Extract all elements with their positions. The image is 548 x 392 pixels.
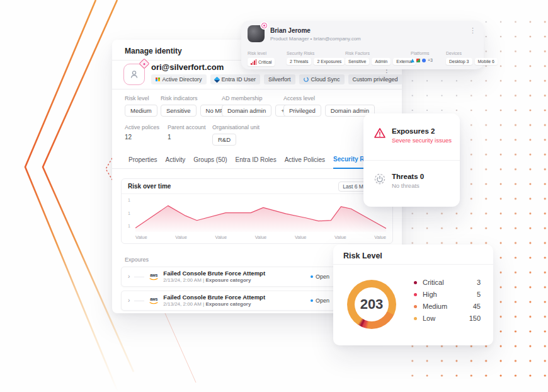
connector-line (134, 277, 144, 277)
divider (363, 160, 460, 161)
tab-entra-id-roles[interactable]: Entra ID Roles (236, 156, 277, 168)
entra-id-icon (214, 76, 220, 83)
chart-title: Risk over time (128, 183, 171, 190)
identity-fields: Risk level Medium Risk indicators Sensit… (112, 89, 402, 153)
tab-properties[interactable]: Properties (128, 156, 157, 168)
legend-dot-icon (414, 317, 417, 320)
expand-chevron-icon[interactable]: › (128, 297, 130, 304)
tab-active-policies[interactable]: Active Policies (285, 156, 325, 168)
identity-email: ori@silverfort.com (151, 62, 224, 72)
tag-entra-id-user: Entra ID User (210, 74, 261, 84)
security-summary-card: Exposures 2 Severe security issues Threa… (363, 113, 460, 207)
threats-chip: 2 Threats (287, 58, 311, 65)
risk-over-time-panel: Risk over time Last 6 Months ▾ 1 1 1 (121, 178, 393, 244)
stat-security-risks: Security Risks 2 Threats 2 Exposures (287, 51, 345, 65)
chevron-outline-outer (25, 0, 118, 392)
legend-row-critical: Critical 3 (414, 279, 481, 286)
stat-risk-factors: Risk Factors Sensitive Admin External (345, 51, 416, 65)
exposures-section-label: Expoures (125, 257, 149, 263)
field-access-level: Access level Privileged Domain admin (283, 95, 375, 117)
tab-activity[interactable]: Activity (166, 156, 186, 168)
legend-dot-icon (414, 281, 417, 284)
exposures-chip: 2 Exposures (314, 58, 345, 65)
desktop-devices-chip: Desktop 3 (446, 58, 472, 65)
exposure-title: Failed Console Brute Force Attempt (163, 270, 265, 277)
expand-chevron-icon[interactable]: › (128, 274, 130, 280)
avatar (248, 25, 265, 42)
google-platform-icon (416, 59, 420, 62)
exposure-title: Failed Console Brute Force Attempt (163, 294, 265, 301)
azure-platform-icon (411, 59, 414, 62)
risk-critical-chip: Critical (248, 58, 275, 66)
risk-total: 203 (347, 280, 396, 329)
stat-platforms: Platforms +3 (411, 51, 433, 62)
legend-row-medium: Medium 45 (414, 303, 481, 310)
field-parent-account: Parent account 1 (168, 124, 206, 141)
field-ad-membership: AD membership Domain admin +3 (222, 95, 294, 117)
risk-legend: Critical 3 High 5 Medium 45 Low 150 (414, 279, 481, 322)
risk-level-card: Risk Level 203 Critical 3 High 5 Medium … (333, 245, 493, 345)
cloud-sync-icon (304, 77, 309, 82)
tab-groups[interactable]: Groups (50) (193, 156, 227, 168)
y-axis-ticks: 1 1 1 (128, 198, 130, 228)
field-active-policies: Active polices 12 (125, 124, 159, 141)
identity-tabs: Properties Activity Groups (50) Entra ID… (112, 153, 402, 169)
faint-accent-line (165, 313, 196, 383)
field-risk-level: Risk level Medium (125, 95, 157, 117)
kebab-menu-icon[interactable]: ⋮ (469, 26, 476, 35)
microsoft-logo-icon (156, 78, 160, 82)
stat-risk-level: Risk level Critical (248, 51, 275, 66)
identity-avatar (123, 64, 145, 85)
person-icon (129, 69, 139, 79)
open-status-dot-icon (311, 299, 313, 302)
risk-bars-icon (251, 59, 256, 65)
tag-custom-privileged: Custom privileged (348, 74, 402, 84)
tag-active-directory: Active Directory (151, 74, 207, 84)
user-profile-card: Brian Jerome Product Manager • brian@com… (241, 21, 484, 69)
threats-summary: Threats 0 No threats (374, 173, 454, 189)
status-badge: Open (311, 297, 329, 304)
user-name: Brian Jerome (270, 27, 311, 34)
power-target-icon (374, 173, 386, 185)
legend-row-high: High 5 (414, 291, 481, 298)
exposure-subtitle: 2/13/24, 2:00 AM | Exposure category (163, 277, 265, 284)
tag-cloud-sync: Cloud Sync (299, 74, 345, 84)
status-badge: Open (311, 274, 329, 280)
user-role-email: Product Manager • brian@company.com (270, 36, 361, 42)
connector-line (134, 301, 144, 301)
mobile-devices-chip: Mobile 6 (475, 58, 498, 65)
warning-triangle-icon (374, 127, 386, 139)
marketing-screenshot: Brian Jerome Product Manager • brian@com… (0, 0, 548, 392)
exposure-subtitle: 2/13/24, 2:00 AM | Exposure category (163, 301, 265, 308)
cloud-platform-icon (422, 59, 426, 62)
stat-devices: Devices Desktop 3 Mobile 6 (446, 51, 498, 65)
risk-line-chart: 1 1 1 (135, 197, 386, 232)
field-organisational-unit: Organisational unit R&D (212, 124, 260, 146)
aws-icon: aws (149, 273, 159, 280)
aws-icon: aws (149, 297, 159, 304)
legend-dot-icon (414, 305, 417, 308)
legend-dot-icon (414, 293, 417, 296)
open-status-dot-icon (311, 275, 313, 278)
card-title: Risk Level (333, 245, 493, 265)
tag-silverfort: Silverfort (264, 74, 295, 84)
identity-tags: Active Directory Entra ID User Silverfor… (151, 74, 402, 84)
risk-status-badge-icon (261, 23, 267, 28)
x-axis-labels: ValueValue ValueValue ValueValue Value (135, 234, 386, 240)
exposures-summary: Exposures 2 Severe security issues (374, 127, 454, 144)
platforms-more-count: +3 (428, 58, 433, 62)
legend-row-low: Low 150 (414, 314, 481, 322)
privileged-diamond-badge-icon (139, 59, 150, 69)
